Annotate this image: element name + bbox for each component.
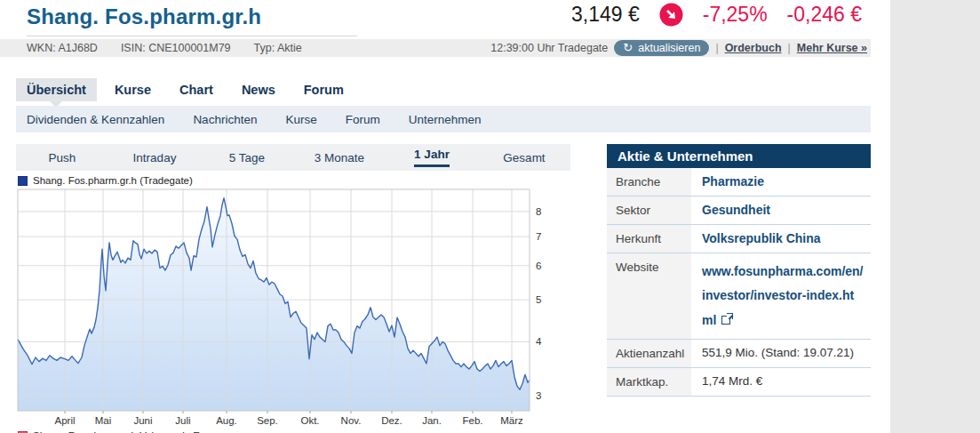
svg-text:Sep.: Sep.: [257, 415, 278, 426]
company-row: HerkunftVolksrepublik China: [607, 225, 871, 253]
period-tab[interactable]: 5 Tage: [201, 144, 293, 171]
period-tab[interactable]: Push: [16, 144, 108, 171]
quote-block: 3,149 € -7,25% -0,246 €: [571, 3, 862, 27]
separator: |: [788, 42, 791, 54]
external-link-icon: [721, 316, 730, 325]
period-tab[interactable]: 3 Monate: [293, 144, 386, 171]
orderbuch-link[interactable]: Orderbuch: [725, 42, 782, 54]
chart-period-bar: PushIntraday5 Tage3 Monate1 JahrGesamt: [16, 144, 570, 171]
change-absolute: -0,246 €: [787, 3, 862, 27]
price-chart: AprilMaiJuniJuliAug.Sep.Okt.Nov.Dez.Jan.…: [16, 188, 569, 427]
company-row: Websitewww.fosunpharma.com/en/investor/i…: [607, 253, 871, 340]
quote-meta: 12:39:00 Uhr Tradegate ↻ aktualisieren |…: [490, 40, 867, 56]
period-tab-label: 3 Monate: [315, 151, 364, 164]
mehr-kurse-link[interactable]: Mehr Kurse »: [797, 42, 867, 54]
svg-text:3: 3: [536, 390, 541, 401]
tab-übersicht[interactable]: Übersicht: [16, 78, 97, 101]
svg-text:6: 6: [536, 261, 541, 271]
refresh-button[interactable]: ↻ aktualisieren: [614, 40, 709, 56]
separator: |: [715, 42, 718, 54]
svg-text:Okt.: Okt.: [300, 415, 319, 426]
page-content: Shang. Fos.pharm.gr.h 3,149 € -7,25% -0,…: [0, 0, 871, 433]
chart-section: PushIntraday5 Tage3 Monate1 JahrGesamt S…: [16, 144, 570, 433]
company-row-value: 1,74 Mrd. €: [691, 368, 871, 396]
typ-label: Typ: Aktie: [254, 42, 302, 54]
subnav-item[interactable]: Forum: [346, 113, 380, 126]
svg-text:März: März: [500, 415, 523, 426]
wkn-label: WKN: A1J68D: [27, 42, 98, 54]
company-row-label: Branche: [607, 168, 691, 196]
period-tab[interactable]: Intraday: [108, 144, 201, 171]
subnav-item[interactable]: Nachrichten: [193, 113, 257, 126]
period-tab-label: 1 Jahr: [414, 148, 450, 167]
company-row-value: Pharmazie: [691, 168, 871, 196]
company-row: Aktienanzahl551,9 Mio. (Stand: 19.07.21): [607, 340, 871, 368]
company-row-value: Gesundheit: [691, 196, 871, 224]
period-tab-label: 5 Tage: [229, 151, 265, 164]
company-table: BranchePharmazieSektorGesundheitHerkunft…: [607, 168, 871, 397]
svg-text:Nov.: Nov.: [341, 415, 362, 426]
tab-chart[interactable]: Chart: [169, 78, 224, 101]
tab-forum[interactable]: Forum: [293, 78, 355, 101]
svg-text:4: 4: [536, 336, 542, 347]
svg-text:Feb.: Feb.: [462, 415, 482, 426]
svg-text:Mai: Mai: [95, 415, 112, 426]
price-series-swatch: [18, 176, 28, 186]
tab-kurse[interactable]: Kurse: [104, 78, 162, 101]
svg-text:April: April: [54, 415, 75, 426]
page-title: Shang. Fos.pharm.gr.h: [27, 4, 357, 29]
price-series-legend: Shang. Fos.pharm.gr.h (Tradegate): [18, 175, 570, 186]
price-series-label: Shang. Fos.pharm.gr.h (Tradegate): [33, 175, 193, 186]
subnav-item[interactable]: Unternehmen: [409, 113, 482, 126]
period-tab-label: Gesamt: [503, 151, 545, 164]
company-row-label: Herkunft: [607, 225, 691, 253]
period-tab[interactable]: Gesamt: [478, 144, 570, 171]
refresh-label: aktualisieren: [638, 42, 700, 54]
subnav-item[interactable]: Dividenden & Kennzahlen: [27, 113, 164, 126]
company-row: SektorGesundheit: [607, 196, 871, 225]
svg-text:Aug.: Aug.: [216, 415, 237, 426]
company-panel: Aktie & Unternehmen BranchePharmazieSekt…: [607, 144, 871, 397]
company-row: Marktkap.1,74 Mrd. €: [607, 368, 871, 397]
instrument-ids: WKN: A1J68D ISIN: CNE100001M79 Typ: Akti…: [27, 42, 302, 54]
trend-down-icon: [659, 3, 683, 27]
main-tabs: ÜbersichtKurseChartNewsForum: [16, 78, 355, 101]
change-percent: -7,25%: [703, 3, 768, 27]
company-row-value: Volksrepublik China: [691, 225, 871, 253]
company-row-label: Aktienanzahl: [607, 340, 691, 367]
sub-navigation: Dividenden & KennzahlenNachrichtenKurseF…: [16, 106, 871, 132]
page-header: Shang. Fos.pharm.gr.h: [27, 4, 357, 36]
current-price: 3,149 €: [571, 3, 640, 27]
isin-label: ISIN: CNE100001M79: [121, 42, 231, 54]
subnav-item[interactable]: Kurse: [285, 113, 316, 126]
svg-text:8: 8: [536, 206, 541, 217]
period-tab-label: Intraday: [133, 151, 177, 164]
page-background-gutter: [890, 0, 980, 433]
period-tab[interactable]: 1 Jahr: [386, 144, 478, 171]
company-row-value: 551,9 Mio. (Stand: 19.07.21): [691, 340, 871, 367]
company-row-label: Website: [607, 253, 691, 339]
svg-text:Jan.: Jan.: [422, 415, 442, 426]
quote-time: 12:39:00 Uhr Tradegate: [490, 42, 608, 54]
instrument-info-bar: WKN: A1J68D ISIN: CNE100001M79 Typ: Akti…: [0, 39, 871, 57]
period-tab-label: Push: [49, 151, 76, 164]
svg-text:Juni: Juni: [133, 415, 152, 426]
company-row-label: Sektor: [607, 196, 691, 224]
svg-text:5: 5: [536, 294, 541, 305]
company-row: BranchePharmazie: [607, 168, 871, 196]
svg-text:Juli: Juli: [175, 415, 190, 426]
tab-news[interactable]: News: [231, 78, 286, 101]
svg-text:7: 7: [536, 231, 541, 242]
refresh-icon: ↻: [623, 41, 633, 54]
company-panel-title: Aktie & Unternehmen: [607, 144, 871, 168]
company-row-label: Marktkap.: [607, 368, 691, 396]
website-link[interactable]: www.fosunpharma.com/en/investor/investor…: [691, 253, 871, 339]
svg-text:Dez.: Dez.: [381, 415, 402, 426]
